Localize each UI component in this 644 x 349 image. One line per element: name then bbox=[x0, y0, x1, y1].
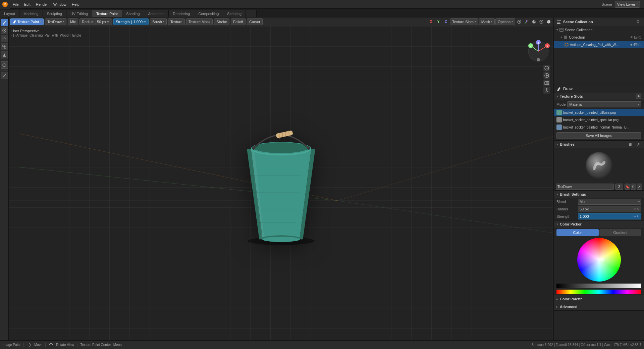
hue-slider[interactable] bbox=[556, 290, 641, 294]
overlay-btn[interactable] bbox=[516, 18, 523, 25]
texdraw-copy-btn[interactable]: ⎘ bbox=[631, 184, 636, 190]
blender-logo: B bbox=[0, 0, 10, 9]
collection-row[interactable]: ▾ Collection 👁 🎞 ⬡ bbox=[554, 34, 644, 41]
soften-tool[interactable] bbox=[1, 27, 8, 34]
color-picker-wheel[interactable] bbox=[577, 238, 621, 282]
strength-value[interactable]: 1.000 ✏ ↻ bbox=[578, 213, 641, 219]
svg-rect-56 bbox=[545, 82, 549, 85]
texture-slots-add-btn[interactable]: + bbox=[636, 94, 641, 99]
mask-tool[interactable] bbox=[1, 61, 8, 69]
brush-expand-btn[interactable]: ↗ bbox=[635, 141, 641, 148]
svg-rect-5 bbox=[3, 45, 4, 47]
falloff-dropdown[interactable]: Falloff bbox=[231, 18, 246, 25]
texdraw-dropdown[interactable]: TexDraw ▾ bbox=[45, 18, 66, 25]
texdraw-name-field[interactable]: TexDraw bbox=[556, 184, 614, 190]
strength-field[interactable]: Strength | 1.000 ✏ bbox=[113, 18, 149, 25]
texture-slots-dropdown[interactable]: Texture Slots ▾ bbox=[450, 18, 478, 25]
tab-shading[interactable]: Shading bbox=[122, 10, 144, 17]
brush-settings-header[interactable]: ▾ Brush Settings bbox=[554, 191, 644, 198]
fill-tool[interactable] bbox=[1, 51, 8, 58]
mode-dropdown[interactable]: Texture Paint ▾ bbox=[10, 18, 44, 25]
menu-render[interactable]: Render bbox=[33, 0, 51, 9]
tab-animation[interactable]: Animation bbox=[144, 10, 169, 17]
texdraw-actions: 🔖 ⎘ ✕ bbox=[625, 184, 642, 190]
scene-collection-row[interactable]: ▾ Scene Collection bbox=[554, 26, 644, 34]
texture-slots-mode-value[interactable]: Material ▾ bbox=[567, 101, 641, 107]
tab-texture-paint[interactable]: Texture Paint bbox=[92, 10, 122, 17]
texture-slot-2[interactable]: bucket_socker_painted_normal_Normal_B... bbox=[554, 123, 644, 131]
gizmo-btn[interactable] bbox=[523, 18, 530, 25]
y-axis-btn[interactable]: Y bbox=[435, 18, 442, 25]
save-all-images-btn[interactable]: Save All Images bbox=[556, 132, 641, 139]
options-chevron: ▾ bbox=[512, 20, 513, 23]
tab-compositing[interactable]: Compositing bbox=[194, 10, 223, 17]
color-picker-header[interactable]: ▾ Color Picker bbox=[554, 220, 644, 228]
tab-add[interactable]: + bbox=[246, 10, 256, 17]
blend-value[interactable]: Mix ▾ bbox=[578, 199, 641, 205]
texdraw-delete-btn[interactable]: ✕ bbox=[637, 184, 642, 190]
smear-tool[interactable] bbox=[1, 35, 8, 42]
rendered-btn[interactable] bbox=[545, 18, 552, 25]
nav-buttons bbox=[543, 65, 550, 94]
menu-file[interactable]: File bbox=[10, 0, 21, 9]
tab-rendering[interactable]: Rendering bbox=[169, 10, 194, 17]
texture-mask-dropdown[interactable]: Texture Mask bbox=[186, 18, 213, 25]
brushes-header[interactable]: ▾ Brushes ⊞ ↗ bbox=[554, 141, 644, 148]
menu-window[interactable]: Window bbox=[51, 0, 69, 9]
menu-edit[interactable]: Edit bbox=[21, 0, 33, 9]
tab-layout[interactable]: Layout bbox=[0, 10, 19, 17]
tab-scripting[interactable]: Scripting bbox=[223, 10, 246, 17]
svg-text:B: B bbox=[4, 2, 6, 6]
outliner-filter-btn[interactable]: ⚙ bbox=[635, 18, 641, 25]
annotate-tool[interactable] bbox=[1, 72, 8, 79]
top-menu-bar: B File Edit Render Window Help Scene Vie… bbox=[0, 0, 644, 9]
texture-slots-header[interactable]: ▾ Texture Slots + bbox=[554, 93, 644, 100]
color-palette-header[interactable]: ▸ Color Palette bbox=[554, 295, 644, 303]
z-axis-btn[interactable]: Z bbox=[442, 18, 449, 25]
color-value-bar[interactable] bbox=[556, 284, 641, 288]
texdraw-bookmark-btn[interactable]: 🔖 bbox=[625, 184, 630, 190]
brush-settings-arrow: ▾ bbox=[556, 193, 558, 196]
gizmo-icon bbox=[524, 19, 529, 24]
x-axis-btn[interactable]: X bbox=[428, 18, 434, 25]
tab-modeling[interactable]: Modeling bbox=[19, 10, 43, 17]
texture-slot-0[interactable]: bucket_socker_painted_diffuse.png bbox=[554, 109, 644, 116]
camera-view-btn[interactable] bbox=[543, 80, 550, 86]
mask-dropdown[interactable]: Mask ▾ bbox=[479, 18, 495, 25]
texture-dropdown[interactable]: Texture bbox=[168, 18, 185, 25]
texture-slot-1[interactable]: bucket_socker_painted_specular.png bbox=[554, 116, 644, 123]
gradient-tab[interactable]: Gradient bbox=[599, 229, 642, 236]
blend-btn[interactable]: Mix bbox=[68, 18, 78, 25]
advanced-header[interactable]: ▸ Advanced bbox=[554, 303, 644, 310]
brush-dropdown[interactable]: Brush▾ bbox=[150, 18, 167, 25]
material-preview-btn[interactable] bbox=[538, 18, 545, 25]
advanced-section: ▸ Advanced bbox=[554, 303, 644, 311]
outliner-header: Scene Collection ⚙ bbox=[554, 17, 644, 26]
main-viewport[interactable]: User Perspective (1) Antique_Cleaning_Pa… bbox=[9, 26, 553, 340]
stroke-dropdown[interactable]: Stroke bbox=[214, 18, 229, 25]
radius-field[interactable]: Radius | 50 px ✏ bbox=[79, 18, 112, 25]
cursor-dropdown[interactable]: Cursor bbox=[247, 18, 263, 25]
tab-sculpting[interactable]: Sculpting bbox=[43, 10, 66, 17]
zoom-out-btn[interactable] bbox=[543, 65, 550, 71]
view-layer-dropdown[interactable]: View Layer ▾ bbox=[615, 1, 640, 8]
brush-grid-view-btn[interactable]: ⊞ bbox=[627, 141, 633, 148]
zoom-in-btn[interactable] bbox=[543, 72, 550, 79]
svg-point-13 bbox=[519, 21, 520, 22]
tab-uv-editing[interactable]: UV Editing bbox=[66, 10, 92, 17]
color-tab[interactable]: Color bbox=[556, 229, 599, 236]
navigation-gizmo[interactable]: X Y Z bbox=[527, 40, 550, 64]
viewport-shade-btn[interactable] bbox=[531, 18, 537, 25]
texture-thumb-2 bbox=[556, 124, 562, 130]
object-row[interactable]: Antique_Clearing_Pail_with_Wood_Handle 👁… bbox=[554, 41, 644, 48]
menu-help[interactable]: Help bbox=[69, 0, 82, 9]
walk-nav-btn[interactable] bbox=[543, 87, 550, 94]
radius-value[interactable]: 50 px ✏ ↻ bbox=[578, 206, 641, 212]
texdraw-number-field[interactable]: 2 bbox=[615, 184, 623, 190]
clone-tool[interactable] bbox=[1, 43, 8, 50]
svg-point-31 bbox=[262, 237, 300, 242]
draw-tool[interactable] bbox=[1, 19, 8, 26]
radius-row: Radius 50 px ✏ ↻ bbox=[554, 205, 644, 213]
options-dropdown[interactable]: Options ▾ bbox=[495, 18, 515, 25]
svg-line-15 bbox=[525, 22, 527, 23]
